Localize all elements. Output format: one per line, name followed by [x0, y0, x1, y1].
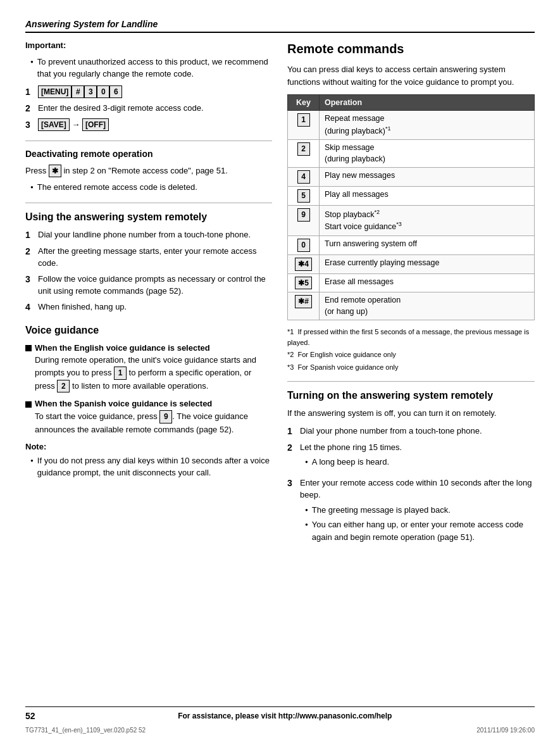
- footnote-2: *2 For English voice guidance only: [287, 349, 535, 360]
- footer-divider: [25, 706, 535, 707]
- off-key: [OFF]: [82, 118, 109, 132]
- voice-guidance-title: Voice guidance: [25, 323, 272, 338]
- important-section: Important: To prevent unauthorized acces…: [25, 39, 272, 132]
- key-cell-9: 9: [288, 205, 320, 235]
- page: Answering System for Landline Important:…: [0, 0, 560, 740]
- op-cell-5: Play all messages: [320, 186, 535, 205]
- hash-key: #: [72, 85, 84, 99]
- remote-commands-section: Remote commands You can press dial keys …: [287, 39, 535, 372]
- op-cell-4: Play new messages: [320, 168, 535, 187]
- turning-step-3: 3 Enter your remote access code within 1…: [287, 477, 535, 549]
- footnote-1: *1 If pressed within the first 5 seconds…: [287, 327, 535, 348]
- step-3: 3 [SAVE] → [OFF]: [25, 118, 272, 132]
- divider-2: [25, 203, 272, 203]
- english-guidance-item: When the English voice guidance is selec…: [25, 342, 272, 393]
- deactivate-bullets: The entered remote access code is delete…: [25, 181, 272, 194]
- table-row: 1 Repeat message(during playback)*1: [288, 111, 535, 140]
- step-1: 1 [MENU]#306: [25, 85, 272, 99]
- step-2: 2 Enter the desired 3-digit remote acces…: [25, 102, 272, 115]
- key-cell-star4: ✱4: [288, 254, 320, 273]
- using-steps: 1 Dial your landline phone number from a…: [25, 229, 272, 314]
- star-key: ✱: [49, 165, 61, 178]
- menu-key: [MENU]: [38, 85, 72, 99]
- key-cell-4: 4: [288, 168, 320, 187]
- important-bullets: To prevent unauthorized access to this p…: [25, 56, 272, 80]
- page-footer: 52 For assistance, please visit http://w…: [0, 706, 560, 721]
- op-cell-star4: Erase currently playing message: [320, 254, 535, 273]
- sq-bullet-spanish: [25, 399, 35, 436]
- turning-on-title: Turning on the answering system remotely: [287, 388, 535, 403]
- note-bullet-1: If you do not press any dial keys within…: [25, 455, 272, 479]
- key-cell-1: 1: [288, 111, 320, 140]
- table-row: 9 Stop playback*2Start voice guidance*3: [288, 205, 535, 235]
- table-row: 4 Play new messages: [288, 168, 535, 187]
- important-label: Important:: [25, 39, 272, 52]
- using-title: Using the answering system remotely: [25, 210, 272, 225]
- table-row: 0 Turn answering system off: [288, 236, 535, 255]
- page-number: 52: [25, 711, 35, 721]
- table-row: ✱# End remote operation(or hang up): [288, 292, 535, 320]
- num0-key: 0: [97, 85, 109, 99]
- key-1: 1: [114, 367, 127, 380]
- key-cell-star5: ✱5: [288, 273, 320, 292]
- footnotes: *1 If pressed within the first 5 seconds…: [287, 327, 535, 372]
- table-header-key: Key: [288, 95, 320, 111]
- using-step-4: 4 When finished, hang up.: [25, 301, 272, 314]
- key-cell-starhash: ✱#: [288, 292, 320, 320]
- print-info-right: 2011/11/09 19:26:00: [476, 727, 535, 734]
- deactivate-section: Deactivating remote operation Press ✱ in…: [25, 147, 272, 194]
- footnote-3: *3 For Spanish voice guidance only: [287, 362, 535, 373]
- footer-content: 52 For assistance, please visit http://w…: [25, 711, 535, 721]
- op-cell-2: Skip message(during playback): [320, 140, 535, 168]
- using-section: Using the answering system remotely 1 Di…: [25, 210, 272, 314]
- deactivate-bullet-1: The entered remote access code is delete…: [25, 181, 272, 194]
- print-info: TG7731_41_(en-en)_1109_ver.020.p52 52 20…: [25, 727, 535, 734]
- turning-on-intro: If the answering system is off, you can …: [287, 407, 535, 420]
- important-bullet-1: To prevent unauthorized access to this p…: [25, 56, 272, 80]
- deactivate-title: Deactivating remote operation: [25, 147, 272, 161]
- num3-key: 3: [84, 85, 97, 99]
- table-row: 5 Play all messages: [288, 186, 535, 205]
- turning-step-1: 1 Dial your phone number from a touch-to…: [287, 425, 535, 438]
- table-row: 2 Skip message(during playback): [288, 140, 535, 168]
- turning-on-section: Turning on the answering system remotely…: [287, 388, 535, 548]
- step3-bullet-2: You can either hang up, or enter your re…: [300, 518, 535, 543]
- right-column: Remote commands You can press dial keys …: [287, 39, 535, 557]
- spanish-guidance-item: When the Spanish voice guidance is selec…: [25, 398, 272, 436]
- note-bullets: If you do not press any dial keys within…: [25, 455, 272, 479]
- key-cell-2: 2: [288, 140, 320, 168]
- num6-key: 6: [109, 85, 122, 99]
- op-cell-0: Turn answering system off: [320, 236, 535, 255]
- using-step-1: 1 Dial your landline phone number from a…: [25, 229, 272, 242]
- table-row: ✱4 Erase currently playing message: [288, 254, 535, 273]
- table-row: ✱5 Erase all messages: [288, 273, 535, 292]
- step2-bullets: A long beep is heard.: [300, 456, 535, 468]
- op-cell-starhash: End remote operation(or hang up): [320, 292, 535, 320]
- key-cell-5: 5: [288, 186, 320, 205]
- table-body: 1 Repeat message(during playback)*1 2 Sk…: [288, 111, 535, 320]
- key-2: 2: [57, 380, 70, 393]
- remote-commands-intro: You can press dial keys to access certai…: [287, 63, 535, 88]
- divider-right-1: [287, 381, 535, 382]
- key-9: 9: [159, 410, 172, 423]
- remote-commands-table: Key Operation 1 Repeat message(during pl…: [287, 94, 535, 320]
- using-step-3: 3 Follow the voice guidance prompts as n…: [25, 273, 272, 298]
- change-code-steps: 1 [MENU]#306 2 Enter the desired 3-digit…: [25, 85, 272, 132]
- key-cell-0: 0: [288, 236, 320, 255]
- divider-1: [25, 141, 272, 141]
- save-key: [SAVE]: [38, 118, 70, 132]
- note-label: Note:: [25, 441, 272, 453]
- page-title: Answering System for Landline: [25, 19, 535, 33]
- turning-on-steps: 1 Dial your phone number from a touch-to…: [287, 425, 535, 549]
- print-info-left: TG7731_41_(en-en)_1109_ver.020.p52 52: [25, 727, 146, 734]
- op-cell-9: Stop playback*2Start voice guidance*3: [320, 205, 535, 235]
- voice-guidance-section: Voice guidance When the English voice gu…: [25, 323, 272, 479]
- two-column-layout: Important: To prevent unauthorized acces…: [25, 39, 535, 557]
- deactivate-text: Press ✱ in step 2 on "Remote access code…: [25, 165, 272, 178]
- turning-step-2: 2 Let the phone ring 15 times. A long be…: [287, 441, 535, 473]
- op-cell-1: Repeat message(during playback)*1: [320, 111, 535, 140]
- op-cell-star5: Erase all messages: [320, 273, 535, 292]
- step3-bullet-1: The greeting message is played back.: [300, 504, 535, 517]
- step2-bullet-1: A long beep is heard.: [300, 456, 535, 468]
- table-header-operation: Operation: [320, 95, 535, 111]
